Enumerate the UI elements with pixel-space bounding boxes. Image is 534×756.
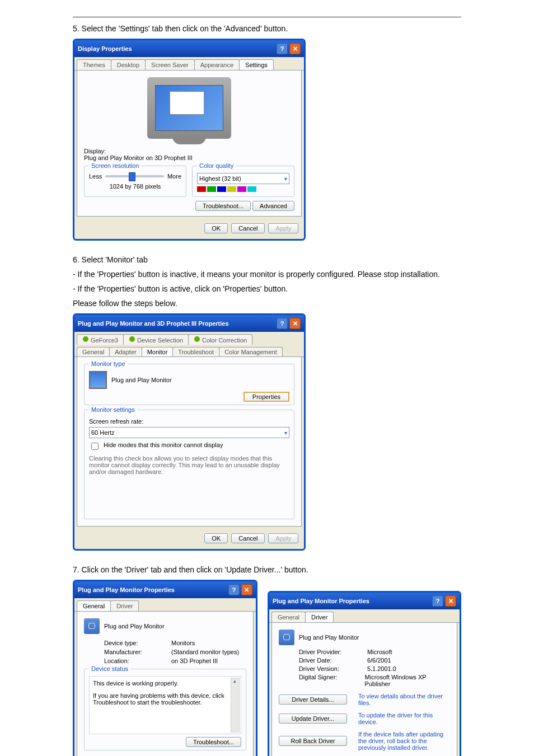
more-label: More [167,173,181,180]
tab-bar: Themes Desktop Screen Saver Appearance S… [74,57,304,71]
driver-version-value: 5.1.2001.0 [367,665,396,672]
tab-driver[interactable]: Driver [110,600,139,611]
rollback-driver-desc: If the device fails after updating the d… [358,731,450,751]
tab-color-management[interactable]: Color Management [219,347,283,356]
monitor-name: Plug and Play Monitor [299,634,359,641]
resolution-slider[interactable] [105,175,164,177]
driver-version-label: Driver Version: [299,665,360,672]
monitor-name: Plug and Play Monitor [104,623,165,630]
tab-general[interactable]: General [77,600,111,611]
color-swatch-icon [197,186,289,192]
close-icon[interactable]: ✕ [241,584,252,595]
refresh-rate-combo[interactable]: 60 Hertz ▾ [89,427,289,438]
display-properties-dialog: Display Properties ? ✕ Themes Desktop Sc… [73,39,306,241]
step5-text: 5. Select the 'Settings' tab then click … [73,24,461,33]
rollback-driver-button[interactable]: Roll Back Driver [279,736,347,746]
device-status-text: This device is working properly. [93,680,237,687]
tab-color-correction[interactable]: Color Correction [188,334,252,345]
tab-label: Device Selection [137,337,183,344]
step6a-text: - If the 'Properties' button is inactive… [73,270,461,279]
tab-driver[interactable]: Driver [305,612,334,622]
driver-date-label: Driver Date: [299,657,360,664]
step6-text: 6. Select 'Monitor' tab [73,255,461,264]
pnp-general-dialog: Plug and Play Monitor Properties ? ✕ Gen… [73,580,257,756]
cancel-button[interactable]: Cancel [231,533,265,543]
driver-details-button[interactable]: Driver Details... [279,694,347,705]
manufacturer-label: Manufacturer: [104,649,160,655]
tab-appearance[interactable]: Appearance [194,59,240,70]
tab-adapter[interactable]: Adapter [109,347,142,356]
tab-geforce3[interactable]: GeForce3 [77,334,124,345]
color-quality-legend: Color quality [197,162,236,169]
color-quality-combo[interactable]: Highest (32 bit) ▾ [197,173,289,184]
tab-monitor[interactable]: Monitor [142,347,174,356]
color-quality-value: Highest (32 bit) [199,175,241,182]
titlebar: Display Properties ? ✕ [74,40,304,57]
pnp-driver-dialog: Plug and Play Monitor Properties ? ✕ Gen… [268,591,461,756]
dialog-title: Display Properties [78,45,132,52]
help-icon[interactable]: ? [277,43,288,54]
hide-modes-checkbox[interactable] [91,443,99,450]
step6b-text: - If the 'Properties' button is active, … [73,284,461,293]
tab-troubleshoot[interactable]: Troubleshoot [172,347,219,356]
location-value: on 3D Prophet III [171,658,218,664]
hide-modes-desc: Clearing this check box allows you to se… [89,455,289,475]
help-icon[interactable]: ? [277,318,288,329]
dialog-title: Plug and Play Monitor Properties [273,598,369,604]
monitor-preview-icon [147,77,231,139]
advanced-button[interactable]: Advanced [252,201,294,211]
device-status-help: If you are having problems with this dev… [93,692,237,706]
display-value: Plug and Play Monitor on 3D Prophet III [84,154,294,161]
step7-text: 7. Click on the 'Driver' tab and then cl… [73,565,461,574]
tab-device-selection[interactable]: Device Selection [123,334,189,345]
monitor-type-legend: Monitor type [89,360,128,367]
scrollbar[interactable]: ▴ [231,678,240,732]
location-label: Location: [104,658,160,664]
dialog-title: Plug and Play Monitor Properties [78,586,175,593]
properties-button[interactable]: Properties [243,392,289,402]
tab-themes[interactable]: Themes [77,59,111,70]
update-driver-desc: To update the driver for this device. [358,712,450,725]
monitor-icon: 🖵 [279,630,294,645]
monitor-icon: 🖵 [84,618,100,634]
driver-provider-label: Driver Provider: [299,649,360,655]
help-icon[interactable]: ? [432,595,443,607]
tab-general[interactable]: General [77,347,110,356]
tab-label: GeForce3 [91,337,118,344]
tab-desktop[interactable]: Desktop [111,59,146,70]
troubleshoot-button[interactable]: Troubleshoot... [186,737,241,747]
refresh-rate-value: 60 Hertz [91,429,115,436]
chevron-down-icon: ▾ [284,430,287,436]
apply-button: Apply [268,533,298,543]
close-icon[interactable]: ✕ [289,318,301,329]
device-status-legend: Device status [89,665,130,672]
cancel-button[interactable]: Cancel [231,223,265,233]
chevron-down-icon: ▾ [284,176,287,182]
display-label: Display: [84,148,294,154]
troubleshoot-button[interactable]: Troubleshoot... [195,201,251,211]
close-icon[interactable]: ✕ [289,43,301,54]
ok-button[interactable]: OK [204,533,228,543]
tab-screensaver[interactable]: Screen Saver [145,59,195,70]
less-label: Less [89,173,102,180]
tab-label: Color Correction [202,337,247,344]
update-driver-button[interactable]: Update Driver... [279,713,347,724]
help-icon[interactable]: ? [228,584,240,595]
tab-settings[interactable]: Settings [239,59,274,70]
screen-resolution-legend: Screen resolution [89,162,142,169]
nvidia-icon [194,336,200,342]
close-icon[interactable]: ✕ [445,595,456,607]
ok-button[interactable]: OK [204,223,228,233]
manufacturer-value: (Standard monitor types) [171,649,239,655]
driver-date-value: 6/6/2001 [367,657,391,664]
tab-general[interactable]: General [271,612,306,622]
device-type-label: Device type: [104,640,160,646]
digital-signer-value: Microsoft Windows XP Publisher [365,674,450,687]
svg-point-0 [83,336,88,342]
resolution-value: 1024 by 768 pixels [89,183,181,190]
svg-point-2 [194,336,200,342]
nvidia-icon [129,336,135,342]
driver-provider-value: Microsoft [367,649,392,655]
apply-button: Apply [268,223,298,233]
driver-details-desc: To view details about the driver files. [358,693,450,706]
